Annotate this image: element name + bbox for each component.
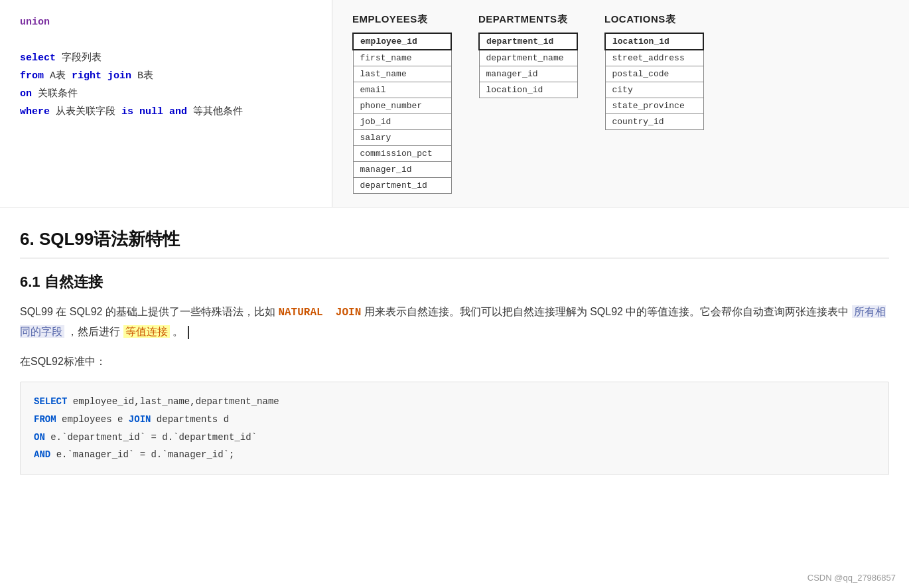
code-line-where: where 从表关联字段 is null and 等其他条件 [20, 103, 312, 121]
table-b-label: B表 [137, 70, 153, 82]
field-cell: commission_pct [353, 146, 451, 162]
diagram-area: EMPLOYEES表 employee_id first_name last_n… [332, 0, 909, 207]
departments-pk-row: department_id [479, 33, 577, 50]
table-row: job_id [353, 114, 451, 130]
field-cell: email [353, 82, 451, 98]
kw-from: FROM [34, 414, 56, 425]
departments-pk-cell: department_id [479, 33, 577, 50]
keyword-on: on [20, 88, 32, 100]
table-row: commission_pct [353, 146, 451, 162]
employees-table-title: EMPLOYEES表 [352, 13, 427, 26]
locations-pk-row: location_id [605, 33, 703, 50]
paragraph-natural-join: SQL99 在 SQL92 的基础上提供了一些特殊语法，比如 NATURAL J… [20, 303, 889, 342]
locations-pk-cell: location_id [605, 33, 703, 50]
subsection61-title: 6.1 自然连接 [20, 272, 889, 292]
field-cell: country_id [605, 114, 703, 130]
main-content: 6. SQL99语法新特性 6.1 自然连接 SQL99 在 SQL92 的基础… [0, 208, 909, 499]
sql92-standard-label: 在SQL92标准中： [20, 356, 106, 367]
employees-table-container: EMPLOYEES表 employee_id first_name last_n… [352, 13, 452, 194]
code-line-4: AND e.`manager_id` = d.`manager_id`; [34, 446, 875, 464]
table-row: postal_code [605, 66, 703, 82]
keyword-select: select [20, 52, 56, 64]
table-row: first_name [353, 50, 451, 66]
from-tables: employees e [62, 414, 129, 425]
other-conditions-label: 等其他条件 [193, 106, 243, 117]
field-cell: department_name [479, 50, 577, 66]
field-cell: manager_id [479, 66, 577, 82]
paragraph-sql92-label: 在SQL92标准中： [20, 352, 889, 372]
table-row: salary [353, 130, 451, 146]
field-list-label: 字段列表 [62, 52, 102, 64]
departments-table-title: DEPARTMENTS表 [478, 13, 567, 26]
field-cell: phone_number [353, 98, 451, 114]
table-row: country_id [605, 114, 703, 130]
on-condition-label: 关联条件 [38, 88, 78, 100]
field-cell: manager_id [353, 162, 451, 178]
table-a-label: A表 [50, 70, 72, 82]
field-cell: first_name [353, 50, 451, 66]
table-row: manager_id [479, 66, 577, 82]
code-line-select: select 字段列表 [20, 49, 312, 67]
keyword-right-join: right join [72, 70, 131, 82]
table-row: department_name [479, 50, 577, 66]
code-line-1: SELECT employee_id,last_name,department_… [34, 393, 875, 411]
para-text-2: 用来表示自然连接。我们可以把自然连接理解为 SQL92 中的等值连接。它会帮你自… [364, 306, 849, 317]
kw-join: JOIN [129, 414, 151, 425]
kw-select: SELECT [34, 396, 67, 407]
locations-table: location_id street_address postal_code c… [604, 33, 704, 130]
table-row: location_id [479, 82, 577, 98]
table-row: state_province [605, 98, 703, 114]
highlight-equi-join: 等值连接 [123, 325, 170, 338]
code-block-sql92: SELECT employee_id,last_name,department_… [20, 382, 889, 475]
join-table: departments d [157, 414, 229, 425]
field-cell: last_name [353, 66, 451, 82]
field-cell: street_address [605, 50, 703, 66]
table-row: city [605, 82, 703, 98]
code-line-from: from A表 right join B表 [20, 67, 312, 85]
para-text-4: 。 [173, 326, 183, 337]
code-left: union select 字段列表 from A表 right join B表 … [0, 0, 332, 207]
field-cell: department_id [353, 178, 451, 194]
field-cell: location_id [479, 82, 577, 98]
select-fields: employee_id,last_name,department_name [73, 396, 279, 407]
keyword-where: where [20, 106, 50, 117]
table-row: email [353, 82, 451, 98]
para-text-3: ，然后进行 [67, 326, 120, 337]
code-line-on: on 关联条件 [20, 85, 312, 103]
table-row: manager_id [353, 162, 451, 178]
kw-on: ON [34, 432, 45, 443]
on-condition: e.`department_id` = d.`department_id` [50, 432, 257, 443]
natural-join-keyword: NATURAL JOIN [278, 307, 361, 319]
code-line-3: ON e.`department_id` = d.`department_id` [34, 429, 875, 447]
keyword-union: union [20, 17, 50, 28]
departments-table: department_id department_name manager_id… [478, 33, 578, 98]
field-cell: job_id [353, 114, 451, 130]
page-wrapper: union select 字段列表 from A表 right join B表 … [0, 0, 909, 588]
employees-table: employee_id first_name last_name email p… [352, 33, 452, 194]
para-text-1: SQL99 在 SQL92 的基础上提供了一些特殊语法，比如 [20, 306, 278, 317]
blank-line [20, 31, 312, 49]
where-condition-label: 从表关联字段 [56, 106, 121, 117]
locations-table-container: LOCATIONS表 location_id street_address po… [604, 13, 704, 130]
table-row: department_id [353, 178, 451, 194]
locations-table-title: LOCATIONS表 [604, 13, 675, 26]
table-row: phone_number [353, 98, 451, 114]
keyword-and: and [169, 106, 187, 117]
and-condition: e.`manager_id` = d.`manager_id`; [56, 449, 235, 460]
employees-pk-cell: employee_id [353, 33, 451, 50]
field-cell: city [605, 82, 703, 98]
table-row: street_address [605, 50, 703, 66]
field-cell: postal_code [605, 66, 703, 82]
table-row: last_name [353, 66, 451, 82]
code-line-union: union [20, 13, 312, 31]
keyword-from: from [20, 70, 44, 82]
field-cell: state_province [605, 98, 703, 114]
text-cursor [188, 326, 189, 339]
keyword-is-null: is null [121, 106, 163, 117]
employees-pk-row: employee_id [353, 33, 451, 50]
code-line-2: FROM employees e JOIN departments d [34, 411, 875, 429]
field-cell: salary [353, 130, 451, 146]
top-section: union select 字段列表 from A表 right join B表 … [0, 0, 909, 208]
kw-and: AND [34, 449, 50, 460]
section6-title: 6. SQL99语法新特性 [20, 228, 889, 259]
